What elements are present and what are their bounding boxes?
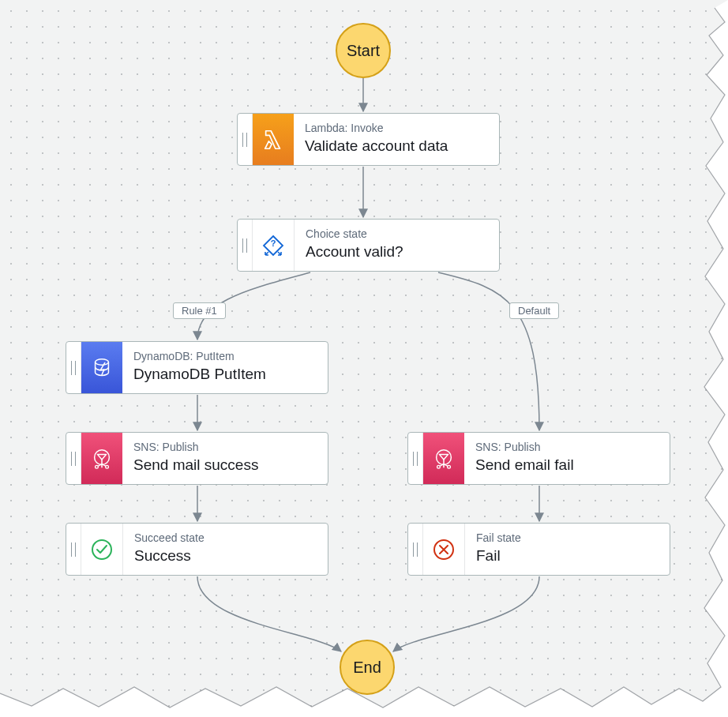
drag-handle-icon [408,433,423,484]
drag-handle-icon [66,524,81,575]
choice-icon: ? [253,220,295,271]
state-title: Success [134,546,317,565]
state-sns-send-mail-success[interactable]: SNS: Publish Send mail success [66,432,328,485]
svg-text:?: ? [271,238,276,248]
fail-icon [423,524,465,575]
dynamodb-icon [81,342,122,393]
drag-handle-icon [238,220,253,271]
succeed-icon [81,524,123,575]
drag-handle-icon [66,342,81,393]
state-subtitle: Succeed state [134,531,317,545]
drag-handle-icon [66,433,81,484]
state-title: DynamoDB PutItem [133,365,317,384]
drag-handle-icon [238,114,253,165]
state-title: Fail [476,546,659,565]
end-label: End [353,659,381,677]
start-label: Start [347,42,380,60]
edge-label-rule1: Rule #1 [173,302,226,319]
sns-icon [81,433,122,484]
state-title: Send email fail [475,456,659,475]
svg-point-6 [96,358,109,365]
start-terminal[interactable]: Start [336,23,391,78]
edge-label-default: Default [509,302,559,319]
state-subtitle: Choice state [306,227,488,241]
lambda-icon [253,114,294,165]
state-subtitle: SNS: Publish [133,441,317,454]
state-title: Send mail success [133,456,317,475]
state-subtitle: DynamoDB: PutItem [133,350,317,363]
sns-icon [423,433,464,484]
svg-point-19 [92,540,111,559]
state-sns-send-email-fail[interactable]: SNS: Publish Send email fail [407,432,670,485]
drag-handle-icon [408,524,423,575]
state-title: Validate account data [305,137,488,156]
state-title: Account valid? [306,242,488,261]
state-lambda-validate[interactable]: Lambda: Invoke Validate account data [237,113,500,166]
state-fail[interactable]: Fail state Fail [407,523,670,576]
end-terminal[interactable]: End [340,640,395,695]
state-subtitle: Fail state [476,531,659,545]
state-choice-account-valid[interactable]: ? Choice state Account valid? [237,219,500,272]
state-dynamodb-putitem[interactable]: DynamoDB: PutItem DynamoDB PutItem [66,341,328,394]
state-subtitle: Lambda: Invoke [305,122,488,135]
state-succeed[interactable]: Succeed state Success [66,523,328,576]
workflow-canvas: Start Lambda: Invoke Validate account da… [0,0,728,717]
state-subtitle: SNS: Publish [475,441,659,454]
